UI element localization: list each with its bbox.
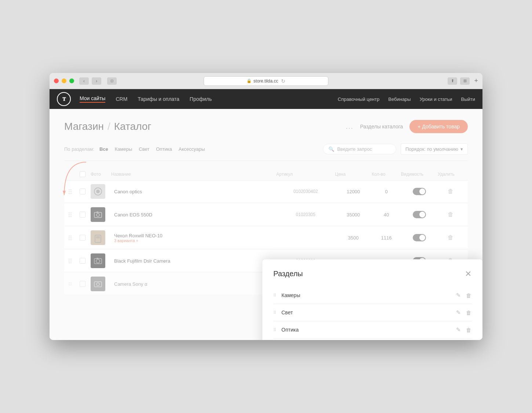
nav-crm[interactable]: CRM	[116, 96, 127, 102]
section-name: Свет	[281, 310, 451, 315]
back-button[interactable]: ‹	[79, 77, 89, 85]
titlebar-right: ⬆ ⊞ +	[448, 77, 478, 85]
section-item: ⠿ Оптика ✎ 🗑	[273, 321, 471, 339]
section-edit-button[interactable]: ✎	[456, 326, 461, 333]
reload-icon[interactable]: ↻	[281, 78, 285, 84]
nav-links: Мои сайты CRM Тарифы и оплата Профиль	[80, 95, 338, 103]
section-delete-button[interactable]: 🗑	[466, 292, 471, 299]
nav-lessons[interactable]: Уроки и статьи	[420, 96, 452, 102]
section-item: ⠿ Камеры ✎ 🗑	[273, 287, 471, 304]
logo-text: 𝚻	[62, 96, 66, 102]
close-icon[interactable]: ✕	[465, 270, 471, 278]
nav-logout[interactable]: Выйти	[461, 96, 475, 102]
nav-profile[interactable]: Профиль	[190, 96, 212, 102]
top-navigation: 𝚻 Мои сайты CRM Тарифы и оплата Профиль …	[50, 89, 482, 109]
section-actions: ✎ 🗑	[456, 326, 471, 333]
section-actions: ✎ 🗑	[456, 292, 471, 299]
close-button[interactable]	[54, 78, 59, 83]
section-drag-handle[interactable]: ⠿	[273, 328, 276, 332]
section-drag-handle[interactable]: ⠿	[273, 293, 276, 298]
section-actions: ✎ 🗑	[456, 309, 471, 316]
nav-my-sites[interactable]: Мои сайты	[80, 95, 105, 103]
titlebar: ‹ › ⊡ 🔒 store.tilda.cc ↻ ⬆ ⊞ +	[50, 73, 482, 89]
nav-help[interactable]: Справочный центр	[338, 96, 380, 102]
section-edit-button[interactable]: ✎	[456, 309, 461, 316]
section-item: ⠿ Свет ✎ 🗑	[273, 304, 471, 321]
section-delete-button[interactable]: 🗑	[466, 327, 471, 333]
section-name: Камеры	[281, 292, 451, 298]
titlebar-nav: ‹ › ⊡	[79, 77, 117, 85]
nav-pricing[interactable]: Тарифы и оплата	[138, 96, 179, 102]
tilda-logo[interactable]: 𝚻	[57, 92, 71, 106]
share-button[interactable]: ⬆	[448, 77, 457, 85]
main-content: Магазин / Каталог ... Разделы каталога +…	[50, 109, 482, 340]
window-button[interactable]: ⊞	[460, 77, 470, 85]
url-text: store.tilda.cc	[254, 78, 278, 84]
nav-webinars[interactable]: Вебинары	[388, 96, 411, 102]
url-bar[interactable]: 🔒 store.tilda.cc ↻	[204, 76, 328, 86]
section-edit-button[interactable]: ✎	[456, 292, 461, 299]
titlebar-buttons	[54, 78, 74, 83]
new-tab-button[interactable]: +	[474, 77, 478, 85]
section-delete-button[interactable]: 🗑	[466, 310, 471, 316]
tab-button[interactable]: ⊡	[107, 77, 117, 85]
minimize-button[interactable]	[62, 78, 66, 83]
forward-button[interactable]: ›	[92, 77, 101, 85]
sections-panel: Разделы ✕ ⠿ Камеры ✎ 🗑 ⠿ Свет ✎ 🗑	[262, 259, 482, 340]
lock-icon: 🔒	[247, 78, 252, 83]
panel-header: Разделы ✕	[273, 270, 471, 278]
section-drag-handle[interactable]: ⠿	[273, 310, 276, 315]
panel-title: Разделы	[273, 270, 303, 278]
section-item: ⠿ Аксессуары ✎ 🗑	[273, 339, 471, 340]
section-name: Оптика	[281, 327, 451, 333]
nav-right: Справочный центр Вебинары Уроки и статьи…	[338, 96, 475, 102]
maximize-button[interactable]	[69, 78, 74, 83]
